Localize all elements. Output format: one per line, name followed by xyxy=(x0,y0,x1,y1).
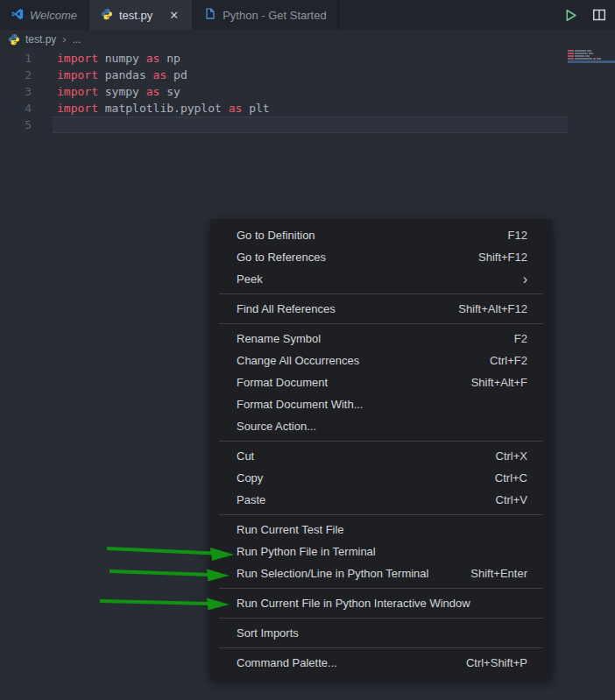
python-icon xyxy=(8,33,20,46)
vscode-window: Welcometest.py✕Python - Get Started test… xyxy=(0,0,615,700)
tab-strip: Welcometest.py✕Python - Get Started xyxy=(0,0,339,30)
menu-item-label: Run Python File in Terminal xyxy=(237,545,527,558)
menu-item-shortcut: Ctrl+Shift+P xyxy=(466,656,527,669)
menu-item-label: Find All References xyxy=(237,302,458,315)
menu-item-label: Rename Symbol xyxy=(237,332,514,345)
menu-item-command-palette[interactable]: Command Palette...Ctrl+Shift+P xyxy=(210,652,552,674)
menu-separator xyxy=(219,293,543,294)
menu-item-run-current-test-file[interactable]: Run Current Test File xyxy=(210,519,552,541)
editor-actions xyxy=(562,0,615,30)
menu-item-copy[interactable]: CopyCtrl+C xyxy=(210,467,552,489)
menu-separator xyxy=(219,514,543,515)
python-icon xyxy=(101,8,113,23)
line-number: 4 xyxy=(0,100,32,117)
menu-item-shortcut: Ctrl+C xyxy=(495,471,527,484)
code-text: import pandas as pd xyxy=(57,67,187,83)
breadcrumb-symbol[interactable]: ... xyxy=(73,33,81,46)
line-number: 2 xyxy=(0,67,32,83)
split-editor-icon xyxy=(592,8,606,22)
tab-python-get-started[interactable]: Python - Get Started xyxy=(193,0,339,30)
menu-separator xyxy=(219,441,543,442)
menu-item-shortcut: Shift+Enter xyxy=(470,567,527,580)
code-line-4[interactable]: 4import matplotlib.pyplot as plt xyxy=(0,100,615,117)
menu-item-label: Copy xyxy=(237,471,495,484)
code-text: import sympy as sy xyxy=(57,83,180,100)
menu-item-go-to-references[interactable]: Go to ReferencesShift+F12 xyxy=(210,246,552,268)
menu-item-change-all-occurrences[interactable]: Change All OccurrencesCtrl+F2 xyxy=(210,350,552,371)
code-line-2[interactable]: 2import pandas as pd xyxy=(0,67,615,83)
menu-item-label: Go to References xyxy=(237,251,478,264)
menu-item-format-document-with[interactable]: Format Document With... xyxy=(210,393,552,415)
tab-welcome[interactable]: Welcome xyxy=(0,0,89,30)
tab-test-py[interactable]: test.py✕ xyxy=(89,0,193,30)
code-line-5[interactable]: 5 xyxy=(0,117,615,133)
breadcrumb-file[interactable]: test.py xyxy=(25,33,56,46)
line-number: 5 xyxy=(0,117,32,133)
line-number: 1 xyxy=(0,50,32,67)
menu-item-paste[interactable]: PasteCtrl+V xyxy=(210,489,552,511)
menu-item-sort-imports[interactable]: Sort Imports xyxy=(210,622,552,644)
menu-item-cut[interactable]: CutCtrl+X xyxy=(210,445,552,467)
menu-item-source-action[interactable]: Source Action... xyxy=(210,415,552,437)
menu-item-go-to-definition[interactable]: Go to DefinitionF12 xyxy=(210,224,552,246)
menu-item-shortcut: Ctrl+X xyxy=(496,449,527,463)
tab-label: Welcome xyxy=(30,9,77,22)
minimap[interactable] xyxy=(568,50,615,63)
line-number: 3 xyxy=(0,83,32,100)
tab-bar: Welcometest.py✕Python - Get Started xyxy=(0,0,615,30)
menu-separator xyxy=(219,647,543,648)
menu-item-run-selection-line-in-python-terminal[interactable]: Run Selection/Line in Python TerminalShi… xyxy=(210,562,552,584)
menu-item-label: Change All Occurrences xyxy=(237,354,490,367)
menu-item-shortcut: Shift+Alt+F12 xyxy=(458,302,527,315)
menu-item-label: Source Action... xyxy=(237,420,527,433)
code-lines: 1import numpy as np2import pandas as pd3… xyxy=(0,50,615,133)
code-line-1[interactable]: 1import numpy as np xyxy=(0,50,615,67)
breadcrumb-chevron-icon: › xyxy=(62,32,66,46)
menu-item-shortcut: Shift+F12 xyxy=(478,251,527,264)
current-line-highlight xyxy=(53,117,568,133)
menu-item-label: Format Document With... xyxy=(237,398,527,411)
menu-item-label: Sort Imports xyxy=(237,626,527,640)
menu-item-label: Go to Definition xyxy=(237,229,508,242)
submenu-chevron-icon: › xyxy=(523,272,527,286)
play-icon xyxy=(563,8,578,23)
menu-item-run-current-file-in-python-interactive-window[interactable]: Run Current File in Python Interactive W… xyxy=(210,592,552,614)
menu-item-shortcut: Shift+Alt+F xyxy=(471,376,527,389)
code-text: import matplotlib.pyplot as plt xyxy=(57,100,270,117)
menu-item-shortcut: F12 xyxy=(508,229,527,242)
menu-item-find-all-references[interactable]: Find All ReferencesShift+Alt+F12 xyxy=(210,298,552,320)
menu-item-label: Paste xyxy=(237,493,496,506)
menu-item-label: Format Document xyxy=(237,376,471,389)
menu-item-shortcut: Ctrl+V xyxy=(496,493,527,506)
breadcrumb[interactable]: test.py › ... xyxy=(0,30,615,48)
menu-item-rename-symbol[interactable]: Rename SymbolF2 xyxy=(210,328,552,350)
menu-item-shortcut: Ctrl+F2 xyxy=(490,354,527,367)
code-line-3[interactable]: 3import sympy as sy xyxy=(0,83,615,100)
menu-separator xyxy=(219,588,543,589)
menu-item-run-python-file-in-terminal[interactable]: Run Python File in Terminal xyxy=(210,541,552,562)
code-text: import numpy as np xyxy=(57,50,180,67)
split-editor-button[interactable] xyxy=(591,7,607,23)
menu-separator xyxy=(219,323,543,324)
menu-item-peek[interactable]: Peek› xyxy=(210,268,552,290)
vscode-logo-icon xyxy=(11,8,24,23)
menu-item-label: Command Palette... xyxy=(237,656,466,669)
menu-separator xyxy=(219,618,543,619)
menu-item-label: Run Current File in Python Interactive W… xyxy=(237,597,527,610)
tab-label: Python - Get Started xyxy=(223,9,327,22)
minimap-slider[interactable] xyxy=(568,60,615,63)
file-icon xyxy=(204,7,216,23)
menu-item-format-document[interactable]: Format DocumentShift+Alt+F xyxy=(210,371,552,393)
menu-item-label: Cut xyxy=(237,449,496,463)
run-button[interactable] xyxy=(562,7,578,23)
tab-label: test.py xyxy=(119,9,152,22)
menu-item-label: Run Selection/Line in Python Terminal xyxy=(237,567,470,580)
close-tab-icon[interactable]: ✕ xyxy=(167,9,180,22)
menu-item-label: Peek xyxy=(237,272,523,286)
menu-item-label: Run Current Test File xyxy=(237,523,527,536)
context-menu: Go to DefinitionF12Go to ReferencesShift… xyxy=(210,219,552,679)
menu-item-shortcut: F2 xyxy=(514,332,527,345)
